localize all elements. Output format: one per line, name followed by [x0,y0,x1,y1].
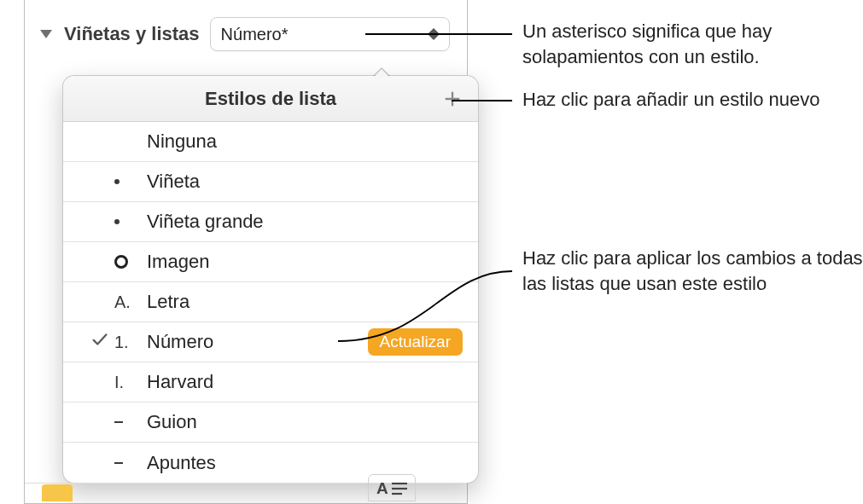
popover-title: Estilos de lista [205,88,336,110]
style-item-label: Ninguna [147,130,463,153]
dash-icon [114,421,123,423]
callout-add: Haz clic para añadir un estilo nuevo [522,87,863,113]
list-marker [114,421,147,423]
style-item[interactable]: Guion [63,403,478,443]
section-title: Viñetas y listas [64,23,200,45]
style-item[interactable]: Imagen [63,242,478,282]
list-marker [114,255,147,269]
style-item-label: Apuntes [147,452,463,474]
svg-text:A: A [376,479,389,497]
style-item[interactable]: Ninguna [63,122,478,162]
checkmark-icon [90,330,109,354]
style-item[interactable]: Viñeta [63,162,478,202]
text-align-icon: A [375,478,409,498]
update-style-button[interactable]: Actualizar [368,328,463,356]
list-marker: I. [114,373,147,392]
bullet-icon [114,219,120,224]
add-style-button[interactable] [442,89,463,109]
style-item[interactable]: 1.NúmeroActualizar [63,322,478,362]
style-list: NingunaViñetaViñeta grandeImagenA.Letra1… [63,122,478,483]
color-chip [42,484,73,501]
style-item[interactable]: Apuntes [63,443,478,483]
style-item-label: Imagen [147,251,463,273]
list-style-dropdown[interactable]: Número* [210,17,450,51]
plus-icon [443,90,462,108]
inspector-panel: Viñetas y listas Número* Estilos de list… [24,0,468,504]
callout-asterisk: Un asterisco significa que hay solapamie… [522,19,863,69]
style-item[interactable]: I.Harvard [63,362,478,403]
popover-header: Estilos de lista [63,76,478,122]
list-marker: 1. [114,333,147,352]
style-item-label: Viñeta [147,171,463,193]
check-column [85,330,114,354]
style-item-label: Número [147,331,368,353]
style-item-label: Letra [147,291,463,313]
section-header: Viñetas y listas Número* [25,0,467,68]
list-marker [114,462,147,464]
style-item-label: Guion [147,411,463,433]
text-format-button[interactable]: A [368,474,416,501]
list-marker [114,219,147,224]
list-styles-popover: Estilos de lista NingunaViñetaViñeta gra… [62,75,479,484]
callout-update: Haz clic para aplicar los cambios a toda… [522,246,863,296]
list-marker: A. [114,293,147,312]
list-marker [114,179,147,184]
style-item-label: Harvard [147,371,463,393]
dash-icon [114,462,123,464]
image-bullet-icon [114,255,128,269]
stepper-icon [429,28,439,40]
dropdown-value: Número* [221,25,289,44]
style-item[interactable]: A.Letra [63,282,478,322]
bullet-icon [114,179,120,184]
disclosure-triangle-icon[interactable] [40,30,52,38]
style-item-label: Viñeta grande [147,211,463,233]
style-item[interactable]: Viñeta grande [63,202,478,242]
